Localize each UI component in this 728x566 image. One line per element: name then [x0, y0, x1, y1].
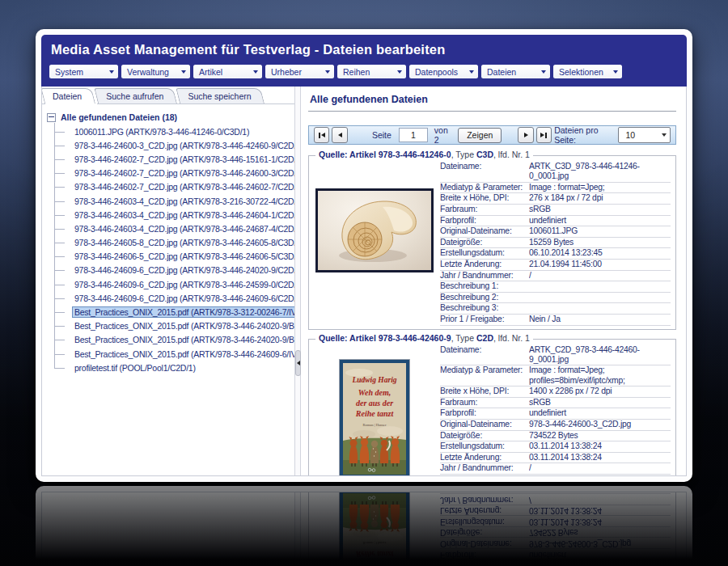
field-label: Farbraum:	[440, 205, 529, 214]
tree-item[interactable]: Best_Practices_ONIX_2015.pdf (ARTK/978-3…	[47, 305, 293, 319]
field-value: 06.10.2014 13:23:45	[529, 248, 671, 258]
first-page-button[interactable]	[314, 127, 329, 143]
field-row: Original-Dateiname: 1006011.JPG	[440, 226, 671, 238]
cover-title-1: Weh dem,	[358, 388, 391, 397]
next-page-button[interactable]	[518, 127, 533, 143]
cover-title-3: Reihe tanzt	[355, 409, 395, 418]
menu-dropdown-urheber[interactable]: Urheber	[265, 65, 334, 78]
field-label: Letzte Änderung:	[440, 453, 529, 463]
field-label: Erstellungsdatum:	[440, 248, 529, 258]
menu-dropdown-reihen[interactable]: Reihen	[337, 65, 406, 78]
menu-dropdown-selektionen[interactable]: Selektionen	[553, 65, 622, 78]
field-row: Breite x Höhe, DPI: 276 x 184 px / 72 dp…	[440, 193, 671, 205]
menu-dropdown-verwaltung[interactable]: Verwaltung	[121, 65, 190, 78]
last-page-icon	[540, 133, 544, 137]
book-cover-thumbnail: Ludwig Harig Weh dem, der aus der Reihe …	[340, 492, 409, 566]
tree-item[interactable]: 978-3-446-24602-7_C2D.jpg (ARTK/978-3-44…	[47, 180, 293, 194]
tree-item[interactable]: 978-3-446-24603-4_C2D.jpg (ARTK/978-3-44…	[47, 222, 293, 235]
tree-item[interactable]: 978-3-446-24602-7_C2D.jpg (ARTK/978-3-44…	[47, 152, 293, 166]
field-value: 21.04.1994 11:45:00	[529, 260, 671, 269]
field-label: Farbraum:	[440, 398, 529, 408]
tree-item[interactable]: Best_Practices_ONIX_2015.pdf (ARTK/978-3…	[47, 347, 293, 361]
field-label: Beschreibung 1:	[440, 475, 529, 475]
field-row: Mediatyp & Parameter: Image : format=Jpe…	[440, 183, 671, 194]
nautilus-shell-thumbnail[interactable]	[315, 188, 434, 272]
collapse-icon[interactable]	[47, 113, 56, 122]
file-tree: Alle gefundenen Dateien (18) 1006011.JPG…	[42, 492, 294, 566]
page-label: Seite	[372, 130, 392, 140]
field-value: 03.11.2014 13:38:24	[529, 505, 671, 515]
tree-root: Alle gefundenen Dateien (18)	[47, 112, 293, 122]
tree-item[interactable]: 1006011.JPG (ARTK/978-3-446-41246-0/C3D/…	[47, 125, 293, 138]
tree-item[interactable]: 978-3-446-24609-6_C2D.jpg (ARTK/978-3-44…	[47, 277, 293, 291]
tree-item[interactable]: 978-3-446-24605-8_C2D.jpg (ARTK/978-3-44…	[47, 236, 293, 250]
cover-author: Ludwig Harig	[351, 376, 396, 384]
page-number-input[interactable]	[399, 128, 428, 142]
record-legend: Quelle: Artikel 978-3-446-42460-9, Type …	[315, 333, 533, 343]
field-value: /	[529, 494, 671, 504]
tree-item[interactable]: 978-3-446-24600-3_C2D.jpg (ARTK/978-3-44…	[47, 138, 293, 152]
field-value: sRGB	[529, 398, 671, 408]
tree-item[interactable]: Best_Practices_ONIX_2015.pdf (ARTK/978-3…	[47, 333, 293, 347]
field-label: Dateigröße:	[440, 527, 529, 537]
tab-suche-aufrufen[interactable]: Suche aufrufen	[98, 88, 177, 103]
per-page-select[interactable]: 10	[618, 127, 671, 143]
app-window: Media Asset Management für Testverlag - …	[36, 29, 692, 482]
window-title: Media Asset Management für Testverlag - …	[51, 42, 679, 57]
splitter-collapse-handle[interactable]	[295, 350, 301, 376]
menu-dropdown-artikel[interactable]: Artikel	[193, 65, 262, 78]
file-tree: Alle gefundenen Dateien (18) 1006011.JPG…	[42, 104, 294, 475]
tree-item[interactable]: 978-3-446-24609-6_C2D.jpg (ARTK/978-3-44…	[47, 291, 293, 305]
field-row: Farbraum: sRGB	[440, 398, 671, 409]
field-value: 03.11.2014 13:38:24	[529, 453, 671, 463]
field-value: 734522 Bytes	[529, 527, 671, 537]
tab-dateien[interactable]: Dateien	[44, 88, 95, 103]
field-row: Erstellungsdatum: 06.10.2014 13:23:45	[440, 248, 671, 260]
record-fieldset: Quelle: Artikel 978-3-446-42460-9, Type …	[308, 492, 676, 566]
field-row: Original-Dateiname: 978-3-446-24600-3_C2…	[440, 537, 671, 548]
results-pane: Alle gefundenen Dateien Seite von 2 Zeig…	[301, 87, 686, 475]
app-window: Media Asset Management für Testverlag - …	[36, 486, 692, 566]
field-row: Letzte Änderung: 03.11.2014 13:38:24	[440, 453, 671, 464]
cover-title-3: Reihe tanzt	[355, 550, 395, 559]
last-page-button[interactable]	[536, 127, 552, 143]
tree-root-label: Alle gefundenen Dateien (18)	[61, 112, 177, 122]
tree-item[interactable]: Best_Practices_ONIX_2015.pdf (ARTK/978-3…	[47, 319, 293, 333]
field-value: ARTK_C3D_978-3-446-41246-0_0001.jpg	[529, 162, 671, 182]
tree-item[interactable]: 978-3-446-24606-5_C2D.jpg (ARTK/978-3-44…	[47, 250, 293, 264]
tree-items: 1006011.JPG (ARTK/978-3-446-41246-0/C3D/…	[47, 125, 293, 374]
pane-splitter[interactable]	[294, 87, 301, 475]
field-row: Farbprofil: undefiniert	[440, 408, 671, 420]
tab-bar: Dateien Suche aufrufen Suche speichern	[42, 87, 294, 104]
show-page-button[interactable]: Zeigen	[458, 128, 502, 143]
field-label: Beschreibung 1:	[440, 492, 529, 493]
field-row: Beschreibung 3:	[440, 303, 671, 315]
menu-dropdown-dateien[interactable]: Dateien	[481, 65, 550, 78]
tree-item[interactable]: 978-3-446-24603-4_C2D.jpg (ARTK/978-3-21…	[47, 194, 293, 208]
field-row: Mediatyp & Parameter: Image : format=Jpe…	[440, 365, 671, 386]
tree-item[interactable]: 978-3-446-24609-6_C2D.jpg (ARTK/978-3-44…	[47, 264, 293, 277]
window-reflection: Media Asset Management für Testverlag - …	[36, 486, 692, 566]
results-heading: Alle gefundenen Dateien	[310, 94, 676, 105]
pagination-bar: Seite von 2 Zeigen Dateien pro Seite: 10	[308, 125, 676, 145]
menu-dropdown-system[interactable]: System	[49, 65, 118, 78]
chevron-down-icon	[325, 70, 330, 74]
previous-page-button[interactable]	[332, 127, 347, 143]
tree-item[interactable]: profiletest.tif (POOL/Pool1/C2D/1)	[47, 361, 293, 374]
field-label: Breite x Höhe, DPI:	[440, 386, 529, 396]
field-value: Image : format=Jpeg;	[529, 183, 671, 192]
page-of-label: von 2	[434, 125, 452, 145]
field-label: Erstellungsdatum:	[440, 441, 529, 451]
field-row: Beschreibung 1:	[440, 492, 671, 493]
menu-dropdown-datenpools[interactable]: Datenpools	[409, 65, 478, 78]
tab-suche-speichern[interactable]: Suche speichern	[180, 88, 265, 103]
tree-item[interactable]: 978-3-446-24603-4_C2D.jpg (ARTK/978-3-44…	[47, 208, 293, 222]
tree-item[interactable]: 978-3-446-24602-7_C2D.jpg (ARTK/978-3-44…	[47, 167, 293, 180]
field-row: Beschreibung 2:	[440, 293, 671, 304]
chevron-down-icon	[662, 133, 667, 137]
book-cover-thumbnail[interactable]: Ludwig Harig Weh dem, der aus der Reihe …	[340, 360, 409, 475]
field-value: undefiniert	[529, 408, 671, 418]
title-bar: Media Asset Management für Testverlag - …	[41, 35, 687, 87]
chevron-down-icon	[469, 70, 474, 74]
field-label: Breite x Höhe, DPI:	[440, 193, 529, 203]
